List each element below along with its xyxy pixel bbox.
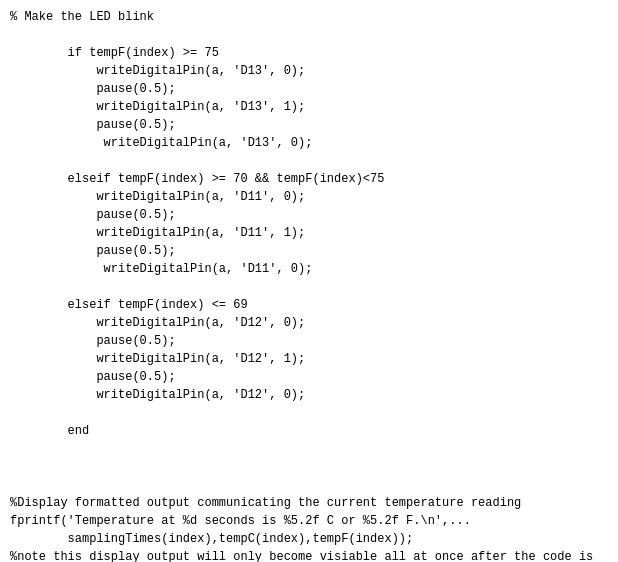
code-editor: % Make the LED blink if tempF(index) >= …	[0, 0, 618, 562]
